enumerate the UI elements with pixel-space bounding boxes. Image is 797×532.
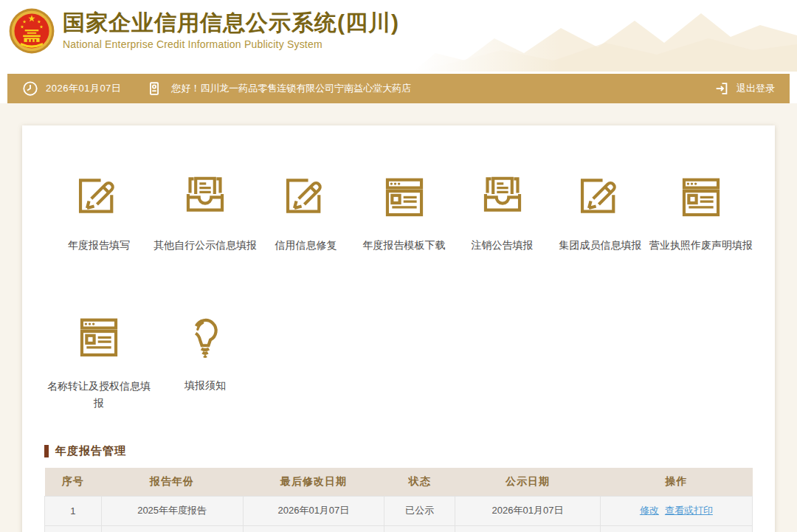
site-header: 国家企业信用信息公示系统(四川) National Enterprise Cre… [0, 0, 797, 72]
main-panel: 年度报告填写 其他自行公示信息填报 信用信息修复 年度报告模板下载 注销公告填报… [22, 125, 775, 532]
menu-item-label: 填报须知 [184, 378, 226, 393]
menu-item-license-void-declaration-fill[interactable]: 营业执照作废声明填报 [649, 174, 753, 252]
national-emblem-icon [9, 8, 55, 54]
title-accent-bar [44, 445, 49, 457]
edit-icon [75, 174, 123, 221]
topbar: 2026年01月07日 您好！四川龙一药品零售连锁有限公司宁南益心堂大药店 退出… [7, 74, 790, 103]
topbar-wrap: 2026年01月07日 您好！四川龙一药品零售连锁有限公司宁南益心堂大药店 退出… [0, 72, 797, 103]
user-badge-icon [146, 80, 162, 97]
annual-report-management-section: 年度报告管理 序号 报告年份 最后修改日期 状态 公示日期 操作 1 2025 [44, 444, 753, 532]
greeting-text: 您好！四川龙一药品零售连锁有限公司宁南益心堂大药店 [171, 82, 411, 95]
report-table: 序号 报告年份 最后修改日期 状态 公示日期 操作 1 2025年年度报告 20… [44, 468, 753, 532]
cell-report-year: 2025年年度报告 [101, 496, 243, 525]
menu-item-label: 营业执照作废声明填报 [649, 238, 753, 252]
menu-item-cancellation-notice-fill[interactable]: 注销公告填报 [453, 174, 551, 252]
menu-item-other-publicity-fill[interactable]: 其他自行公示信息填报 [153, 174, 257, 252]
logout-label: 退出登录 [736, 82, 775, 95]
section-title-text: 年度报告管理 [55, 444, 126, 458]
menu-item-label: 信用信息修复 [275, 238, 337, 252]
cell-publicity-date: 2026年01月07日 [455, 496, 601, 525]
webpage-icon [677, 174, 725, 221]
menu-item-credit-repair[interactable]: 信用信息修复 [257, 174, 355, 252]
logout-button[interactable]: 退出登录 [714, 80, 775, 97]
menu-item-label: 年度报告填写 [68, 238, 130, 252]
menu-item-label: 名称转让及授权信息填报 [44, 378, 153, 411]
col-header-publicity-date: 公示日期 [455, 468, 601, 496]
cell-no: 1 [45, 496, 102, 525]
table-row [45, 525, 753, 532]
col-header-report-year: 报告年份 [101, 468, 243, 496]
section-title: 年度报告管理 [44, 444, 753, 458]
table-header-row: 序号 报告年份 最后修改日期 状态 公示日期 操作 [45, 468, 753, 496]
bulb-icon [182, 314, 229, 362]
edit-icon [283, 174, 330, 221]
brand: 国家企业信用信息公示系统(四川) National Enterprise Cre… [9, 5, 399, 54]
inbox-icon [182, 174, 229, 221]
col-header-last-modified: 最后修改日期 [243, 468, 384, 496]
menu-item-label: 其他自行公示信息填报 [153, 238, 257, 252]
col-header-no: 序号 [45, 468, 102, 496]
col-header-status: 状态 [384, 468, 455, 496]
webpage-icon [381, 174, 428, 221]
site-title: 国家企业信用信息公示系统(四川) [63, 10, 399, 36]
webpage-icon [75, 314, 123, 362]
logout-icon [714, 80, 730, 97]
menu-item-name-transfer-authorization-fill[interactable]: 名称转让及授权信息填报 [44, 314, 153, 411]
cell-status: 已公示 [384, 496, 455, 525]
menu-item-label: 年度报告模板下载 [363, 238, 446, 252]
inbox-icon [479, 174, 526, 221]
cell-last-modified: 2026年01月07日 [243, 496, 384, 525]
modify-link[interactable]: 修改 [640, 505, 659, 516]
site-subtitle: National Enterprise Credit Information P… [63, 38, 399, 50]
menu-item-filing-instructions[interactable]: 填报须知 [153, 314, 257, 411]
view-or-print-link[interactable]: 查看或打印 [665, 505, 713, 516]
col-header-actions: 操作 [600, 468, 752, 496]
menu-item-label: 集团成员信息填报 [559, 238, 642, 252]
current-date: 2026年01月07日 [46, 82, 121, 95]
menu-item-group-member-info-fill[interactable]: 集团成员信息填报 [551, 174, 649, 252]
menu-item-annual-report-template-download[interactable]: 年度报告模板下载 [355, 174, 453, 252]
edit-icon [577, 174, 624, 221]
cell-actions: 修改查看或打印 [600, 496, 752, 525]
menu-item-label: 注销公告填报 [472, 238, 534, 252]
menu-item-annual-report-fill[interactable]: 年度报告填写 [44, 174, 153, 252]
function-menu: 年度报告填写 其他自行公示信息填报 信用信息修复 年度报告模板下载 注销公告填报… [44, 174, 753, 411]
table-row: 1 2025年年度报告 2026年01月07日 已公示 2026年01月07日 … [45, 496, 753, 525]
great-wall-watermark [413, 0, 797, 72]
clock-icon [22, 80, 38, 97]
